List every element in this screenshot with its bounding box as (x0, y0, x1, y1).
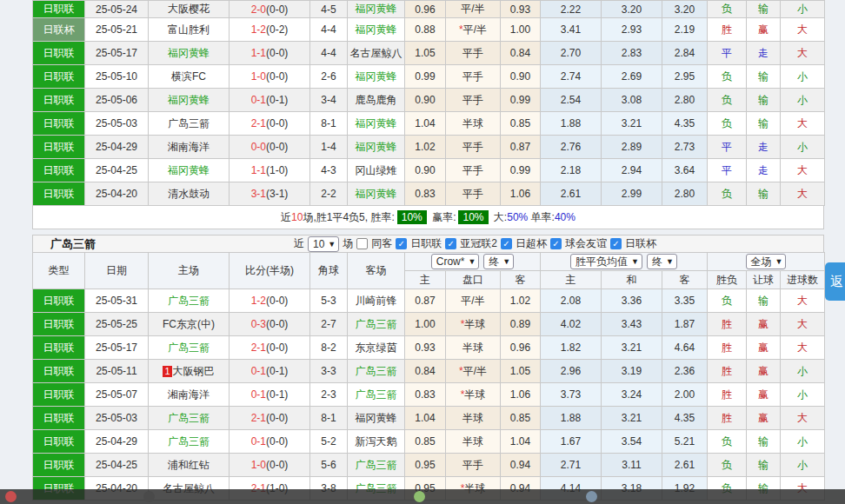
away-team-cell: 福冈黄蜂 (348, 136, 405, 159)
eu-draw-odds: 3.36 (602, 289, 662, 313)
corners-cell: 3-3 (310, 360, 348, 383)
corners-cell: 5-2 (310, 430, 348, 454)
ah-home-odds: 0.84 (405, 360, 446, 383)
league-filter-checkbox[interactable]: ✓ (550, 238, 562, 249)
ah-line: 半球 (446, 430, 501, 454)
league-filter-checkbox[interactable]: ✓ (610, 238, 622, 249)
league-filter-checkbox[interactable]: ✓ (501, 238, 512, 249)
same-away-checkbox[interactable] (356, 238, 368, 249)
home-team-cell: 清水鼓动 (149, 182, 230, 206)
away-team-link[interactable]: 福冈黄蜂 (356, 141, 397, 153)
eu-draw-odds: 2.94 (602, 159, 662, 182)
league-badge: 日职联 (33, 383, 85, 407)
league-badge: 日职联 (33, 313, 85, 336)
home-team-link[interactable]: 浦和红钻 (168, 459, 210, 471)
hiroshima-recent-matches-table: 类型 日期 主场 比分(半场) 角球 客场 Crow*▼ 终▼ 胜平负均 (32, 252, 825, 501)
ah-away-odds: 1.06 (501, 383, 541, 407)
away-team-cell: 名古屋鲸八 (348, 42, 405, 65)
home-team-cell: 福冈黄蜂 (149, 42, 230, 65)
result-outcome: 胜 (708, 383, 747, 407)
taskbar-app-icon[interactable] (414, 491, 425, 502)
match-date: 25-05-11 (85, 360, 149, 383)
subcol-ah-home: 主 (405, 271, 446, 289)
taskbar-app-icon[interactable] (586, 491, 597, 502)
home-team-link[interactable]: 广岛三箭 (168, 117, 210, 129)
result-outcome: 负 (708, 65, 747, 89)
away-team-link[interactable]: 新泻天鹅 (356, 435, 397, 448)
subcol-ah-line: 盘口 (446, 271, 501, 289)
away-team-link[interactable]: 冈山绿雉 (356, 164, 397, 176)
fulltime-score: 0-1 (251, 365, 266, 377)
eu-away-odds: 1.87 (662, 313, 708, 336)
away-team-link[interactable]: 广岛三箭 (356, 388, 397, 401)
taskbar-app-icon[interactable] (143, 491, 155, 502)
europe-final-select[interactable]: 终▼ (647, 254, 677, 269)
match-date: 25-05-03 (85, 112, 149, 136)
home-team-cell: 广岛三箭 (149, 112, 230, 136)
away-team-cell: 福冈黄蜂 (348, 407, 405, 430)
result-outcome: 负 (708, 289, 747, 313)
eu-away-odds: 2.95 (662, 65, 708, 89)
away-team-link[interactable]: 福冈黄蜂 (356, 412, 397, 424)
fulltime-score: 0-1 (251, 435, 266, 448)
home-team-link[interactable]: FC东京(中) (163, 318, 215, 330)
home-team-link[interactable]: 福冈黄蜂 (168, 47, 210, 59)
corners-cell: 8-1 (310, 112, 348, 136)
home-team-link[interactable]: 大阪钢巴 (173, 365, 215, 377)
ah-line: 平手 (446, 136, 501, 159)
away-team-link[interactable]: 福冈黄蜂 (356, 23, 397, 36)
match-date: 25-05-17 (85, 42, 149, 65)
league-filter-checkbox[interactable]: ✓ (396, 238, 407, 249)
taskbar-app-icon[interactable] (5, 491, 17, 502)
home-team-link[interactable]: 湘南海洋 (168, 388, 210, 401)
league-badge: 日职联 (33, 336, 85, 360)
away-team-link[interactable]: 福冈黄蜂 (356, 117, 397, 129)
score-cell: 0-1(0-1) (230, 89, 310, 112)
league-badge: 日职联 (33, 136, 85, 159)
away-team-link[interactable]: 福冈黄蜂 (356, 3, 397, 15)
result-handicap: 赢 (747, 360, 781, 383)
home-team-cell: 富山胜利 (149, 18, 230, 42)
europe-odds-select[interactable]: 胜平负均值▼ (570, 254, 642, 269)
side-panel-button[interactable]: 返 (825, 262, 845, 301)
bookmaker-select[interactable]: Crow*▼ (431, 254, 480, 269)
home-team-link[interactable]: 湘南海洋 (168, 141, 210, 153)
home-team-link[interactable]: 广岛三箭 (168, 435, 210, 448)
period-select[interactable]: 全场▼ (746, 254, 787, 269)
home-team-link[interactable]: 广岛三箭 (168, 412, 210, 424)
taskbar[interactable] (0, 489, 845, 504)
away-team-link[interactable]: 东京绿茵 (356, 342, 397, 354)
away-team-link[interactable]: 广岛三箭 (356, 318, 397, 330)
away-team-link[interactable]: 福冈黄蜂 (356, 70, 397, 83)
match-row: 日职联25-05-17广岛三箭2-1(0-0)8-2东京绿茵0.93半球0.96… (33, 336, 825, 360)
eu-draw-odds: 3.08 (602, 89, 662, 112)
match-row: 日职联25-05-06福冈黄蜂0-1(0-1)3-4鹿岛鹿角0.90平手0.99… (33, 89, 825, 112)
away-team-link[interactable]: 福冈黄蜂 (356, 188, 397, 200)
result-goals: 小 (781, 136, 825, 159)
away-team-link[interactable]: 名古屋鲸八 (350, 47, 403, 59)
eu-home-odds: 2.74 (541, 65, 602, 89)
home-team-link[interactable]: 大阪樱花 (168, 3, 210, 15)
home-team-link[interactable]: 横滨FC (171, 70, 206, 83)
match-date: 25-05-25 (85, 313, 149, 336)
chevron-down-icon: ▼ (631, 257, 639, 266)
home-team-link[interactable]: 广岛三箭 (168, 342, 210, 354)
home-team-link[interactable]: 福冈黄蜂 (168, 94, 210, 106)
match-date: 25-05-10 (85, 65, 149, 89)
result-goals: 大 (781, 159, 825, 182)
away-team-link[interactable]: 广岛三箭 (356, 365, 397, 377)
away-team-link[interactable]: 鹿岛鹿角 (356, 94, 397, 106)
home-team-link[interactable]: 清水鼓动 (168, 188, 210, 200)
match-row: 日职联25-05-10横滨FC1-0(0-0)2-6福冈黄蜂0.99平手0.90… (33, 65, 825, 89)
match-count-select[interactable]: 10▼ (308, 236, 339, 252)
league-filter-checkbox[interactable]: ✓ (445, 238, 456, 249)
result-handicap: 走 (747, 136, 781, 159)
home-team-link[interactable]: 广岛三箭 (168, 295, 210, 307)
away-team-link[interactable]: 广岛三箭 (356, 459, 397, 471)
handicap-final-select[interactable]: 终▼ (483, 254, 514, 269)
away-team-link[interactable]: 川崎前锋 (356, 295, 397, 307)
ah-home-odds: 0.88 (405, 18, 446, 42)
home-team-link[interactable]: 福冈黄蜂 (168, 164, 210, 176)
corners-cell: 2-3 (310, 383, 348, 407)
home-team-link[interactable]: 富山胜利 (168, 23, 210, 36)
